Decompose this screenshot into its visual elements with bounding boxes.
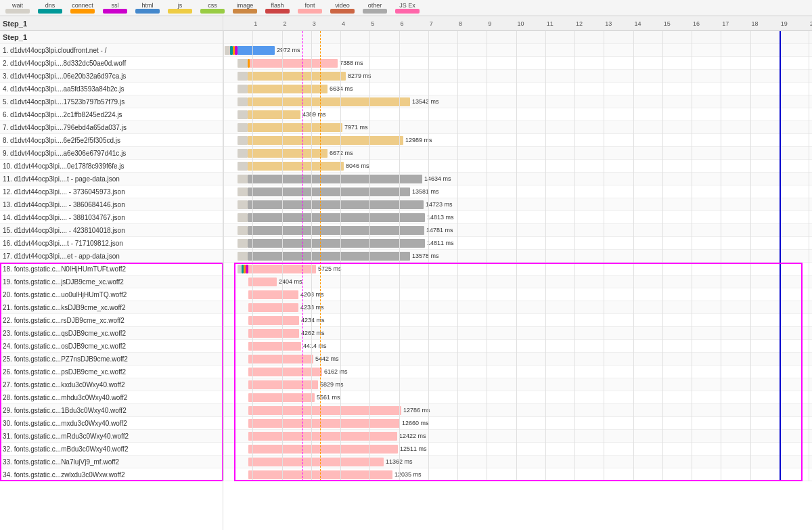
bar-ms-label: 14634 ms xyxy=(424,174,451,184)
step-header: Step_1 xyxy=(0,31,223,44)
bar-font xyxy=(248,419,400,428)
bar-js xyxy=(248,110,300,119)
bar-font xyxy=(248,265,316,273)
step-time-row xyxy=(223,31,812,44)
time-tick-14: 14 xyxy=(633,16,641,31)
name-row-31: 32. fonts.gstatic.c...mBdu3c0Wxy40.woff2 xyxy=(0,443,223,456)
name-row-16: 17. d1dvt44ocp3lpi....et - app-data.json xyxy=(0,250,223,263)
timeline-row-1: 7388 ms xyxy=(223,57,812,70)
name-row-12: 13. d1dvt44ocp3lpi.... - 3860684146.json xyxy=(0,198,223,211)
name-row-8: 9. d1dvt44ocp3lpi....a6e306e6797d41c.js xyxy=(0,147,223,160)
time-tick-9: 9 xyxy=(487,16,491,31)
bar-wait xyxy=(238,97,248,106)
bar-ms-label: 5442 ms xyxy=(315,354,339,364)
name-row-32: 33. fonts.gstatic.c...Na7lujVj9_mf.woff2 xyxy=(0,456,223,468)
bar-ms-label: 14813 ms xyxy=(427,213,454,223)
timeline-row-21: 4234 ms xyxy=(223,314,812,327)
name-row-26: 27. fonts.gstatic.c...kxdu3c0Wxy40.woff2 xyxy=(0,378,223,391)
timeline-row-32: 11362 ms xyxy=(223,456,812,468)
bar-wait xyxy=(238,252,248,261)
bar-js xyxy=(248,149,328,158)
bar-ms-label: 13581 ms xyxy=(412,187,439,197)
legend-swatch-flash xyxy=(265,9,290,14)
legend-label-JS Ex: JS Ex xyxy=(399,2,415,9)
bar-font xyxy=(248,355,313,363)
timeline-row-18: 2404 ms xyxy=(223,275,812,288)
bar-font xyxy=(248,278,277,286)
bar-js xyxy=(248,136,403,145)
time-tick-18: 18 xyxy=(750,16,759,31)
time-tick-16: 16 xyxy=(692,16,700,31)
name-row-5: 6. d1dvt44ocp3lpi....2c1ffb8245ed224.js xyxy=(0,108,223,121)
name-row-11: 12. d1dvt44ocp3lpi.... - 3736045973.json xyxy=(0,185,223,198)
bar-wait xyxy=(238,136,248,145)
bar-ms-label: 12511 ms xyxy=(400,444,427,454)
timeline-row-10: 14634 ms xyxy=(223,173,812,185)
name-row-23: 24. fonts.gstatic.c...osDJB9cme_xc.woff2 xyxy=(0,340,223,353)
legend-label-dns: dns xyxy=(45,2,55,9)
time-tick-5: 5 xyxy=(369,16,374,31)
bar-font xyxy=(248,445,398,454)
legend-swatch-css xyxy=(200,9,225,14)
name-row-20: 21. fonts.gstatic.c...ksDJB9cme_xc.woff2 xyxy=(0,301,223,314)
bar-ms-label: 12989 ms xyxy=(405,135,432,146)
time-tick-6: 6 xyxy=(399,16,404,31)
bar-ms-label: 12660 ms xyxy=(402,418,429,428)
name-row-22: 23. fonts.gstatic.c...qsDJB9cme_xc.woff2 xyxy=(0,327,223,340)
bar-other xyxy=(248,200,424,209)
bar-wait xyxy=(238,149,248,158)
bar-font xyxy=(248,303,298,312)
name-row-7: 8. d1dvt44ocp3lpi....6e2f5e2f5f305cd.js xyxy=(0,134,223,147)
legend-label-font: font xyxy=(304,2,315,9)
bar-ms-label: 5829 ms xyxy=(320,380,344,390)
timeline-row-33: 12035 ms xyxy=(223,468,812,481)
time-tick-4: 4 xyxy=(340,16,345,31)
timeline-row-17: 5725 ms xyxy=(223,263,812,275)
bar-other xyxy=(248,252,410,261)
timeline-row-4: 13542 ms xyxy=(223,95,812,108)
bar-ms-label: 2972 ms xyxy=(277,45,300,56)
bar-ms-label: 4389 ms xyxy=(302,110,326,120)
timeline-row-28: 12786 ms xyxy=(223,404,812,417)
name-row-28: 29. fonts.gstatic.c...1Bdu3c0Wxy40.woff2 xyxy=(0,404,223,417)
bar-ms-label: 7388 ms xyxy=(340,58,363,68)
time-tick-15: 15 xyxy=(662,16,671,31)
legend-swatch-other xyxy=(363,9,387,14)
bar-ms-label: 12786 ms xyxy=(403,405,430,416)
bar-wait xyxy=(238,226,248,235)
bar-font xyxy=(248,393,315,402)
legend-swatch-wait xyxy=(5,9,30,14)
name-row-17: 18. fonts.gstatic.c...N0lHjHUmTUFt.woff2 xyxy=(0,263,223,275)
bar-ms-label: 12422 ms xyxy=(399,431,426,441)
timeline-row-31: 12511 ms xyxy=(223,443,812,456)
bar-ms-label: 14811 ms xyxy=(427,238,454,248)
bar-ms-label: 6162 ms xyxy=(324,367,348,377)
name-row-30: 31. fonts.gstatic.c...mRdu3c0Wxy40.woff2 xyxy=(0,430,223,443)
bar-other xyxy=(248,175,422,183)
time-tick-1: 1 xyxy=(252,16,257,31)
bar-js xyxy=(248,72,346,81)
legend-swatch-video xyxy=(330,9,355,14)
time-tick-7: 7 xyxy=(428,16,433,31)
legend-label-html: html xyxy=(141,2,153,9)
name-row-14: 15. d1dvt44ocp3lpi.... - 4238104018.json xyxy=(0,224,223,237)
bar-ms-label: 13578 ms xyxy=(412,251,439,261)
time-tick-17: 17 xyxy=(721,16,729,31)
bar-ms-label: 14781 ms xyxy=(426,225,453,236)
name-row-24: 25. fonts.gstatic.c...PZ7nsDJB9cme.woff2 xyxy=(0,353,223,366)
time-tick-13: 13 xyxy=(604,16,612,31)
timeline-row-3: 6634 ms xyxy=(223,83,812,95)
bar-wait xyxy=(225,46,230,55)
legend-swatch-dns xyxy=(38,9,62,14)
time-tick-19: 19 xyxy=(780,16,788,31)
timeline-row-9: 8046 ms xyxy=(223,160,812,173)
timeline-row-14: 14781 ms xyxy=(223,224,812,237)
bar-font xyxy=(248,406,401,415)
timeline-rows: 2972 ms7388 ms8279 ms6634 ms13542 ms4389… xyxy=(223,31,812,481)
timeline-row-29: 12660 ms xyxy=(223,417,812,430)
timeline-row-15: 14811 ms xyxy=(223,237,812,250)
bar-ms-label: 7971 ms xyxy=(344,123,368,133)
bar-font xyxy=(248,316,299,325)
name-row-19: 20. fonts.gstatic.c...uo0ulHjHUmTQ.woff2 xyxy=(0,288,223,301)
legend-swatch-ssl xyxy=(103,9,127,14)
